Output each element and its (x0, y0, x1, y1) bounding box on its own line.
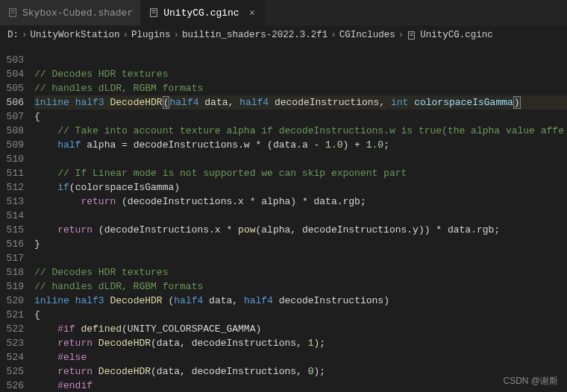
code-line[interactable] (34, 251, 567, 265)
code-line[interactable] (34, 209, 567, 223)
code-editor[interactable]: 5035045055065075085095105115125135145155… (0, 44, 567, 392)
crumb[interactable]: UnityCG.cginc (420, 30, 493, 40)
code-line[interactable]: // Decodes HDR textures (34, 67, 567, 81)
close-icon[interactable] (247, 7, 257, 18)
line-number: 514 (0, 209, 24, 223)
chevron-right-icon: › (331, 30, 336, 40)
code-line[interactable]: // handles dLDR, RGBM formats (34, 279, 567, 294)
line-number: 507 (0, 110, 24, 124)
file-icon (7, 7, 18, 18)
breadcrumb[interactable]: D: › UnityWorkStation › Plugins › builti… (0, 26, 567, 44)
crumb[interactable]: builtin_shaders-2022.3.2f1 (182, 30, 328, 40)
watermark: CSDN @谢斯 (503, 375, 558, 388)
code-line[interactable]: if(colorspaceIsGamma) (34, 180, 567, 195)
line-number: 508 (0, 124, 24, 138)
line-number: 526 (0, 379, 24, 392)
code-line[interactable]: half alpha = decodeInstructions.w * (dat… (34, 138, 567, 152)
file-icon (148, 7, 159, 18)
chevron-right-icon: › (123, 30, 129, 40)
line-number: 503 (0, 53, 24, 67)
line-number: 504 (0, 67, 24, 81)
code-line[interactable]: // handles dLDR, RGBM formats (34, 81, 567, 95)
line-number: 510 (0, 152, 24, 166)
chevron-right-icon: › (398, 30, 404, 40)
line-number: 515 (0, 223, 24, 237)
code-line[interactable] (34, 53, 567, 67)
tab-skybox-shader[interactable]: Skybox-Cubed.shader (0, 0, 141, 25)
code-line[interactable] (34, 152, 567, 166)
line-number: 518 (0, 265, 24, 279)
code-content[interactable]: // Decodes HDR textures// handles dLDR, … (34, 53, 567, 392)
line-number: 517 (0, 251, 24, 265)
line-number: 525 (0, 364, 24, 379)
tab-unitycg-cginc[interactable]: UnityCG.cginc (141, 0, 265, 25)
line-number: 519 (0, 279, 24, 294)
line-number: 513 (0, 195, 24, 209)
tab-label: Skybox-Cubed.shader (22, 7, 133, 19)
line-number: 505 (0, 81, 24, 95)
line-number: 523 (0, 336, 24, 350)
code-line[interactable]: return DecodeHDR(data, decodeInstruction… (34, 364, 567, 379)
code-line[interactable]: // Decodes HDR textures (34, 265, 567, 279)
tab-label: UnityCG.cginc (163, 7, 239, 19)
code-line[interactable]: { (34, 110, 567, 124)
line-number: 511 (0, 166, 24, 180)
code-line[interactable]: return DecodeHDR(data, decodeInstruction… (34, 336, 567, 350)
code-line[interactable]: // Take into account texture alpha if de… (34, 124, 567, 138)
crumb[interactable]: CGIncludes (339, 30, 395, 40)
line-number: 506 (0, 95, 24, 110)
code-line[interactable]: { (34, 308, 567, 322)
code-line[interactable]: #endif (34, 379, 567, 392)
line-number: 524 (0, 350, 24, 364)
code-line[interactable]: return (decodeInstructions.x * pow(alpha… (34, 223, 567, 237)
line-number: 509 (0, 138, 24, 152)
tab-bar: Skybox-Cubed.shader UnityCG.cginc (0, 0, 567, 26)
file-icon (407, 30, 417, 40)
chevron-right-icon: › (22, 30, 28, 40)
code-line[interactable]: inline half3 DecodeHDR (half4 data, half… (34, 294, 567, 308)
line-number: 512 (0, 180, 24, 195)
crumb[interactable]: UnityWorkStation (31, 30, 120, 40)
code-line[interactable]: } (34, 237, 567, 251)
code-line[interactable]: #else (34, 350, 567, 364)
code-line[interactable]: inline half3 DecodeHDR(half4 data, half4… (34, 95, 567, 110)
chevron-right-icon: › (174, 30, 180, 40)
code-line[interactable]: return (decodeInstructions.x * alpha) * … (34, 195, 567, 209)
line-number-gutter: 5035045055065075085095105115125135145155… (0, 53, 34, 392)
code-line[interactable]: // If Linear mode is not supported we ca… (34, 166, 567, 180)
line-number: 520 (0, 294, 24, 308)
line-number: 522 (0, 322, 24, 336)
crumb[interactable]: D: (7, 30, 19, 40)
crumb[interactable]: Plugins (131, 30, 171, 40)
code-line[interactable]: #if defined(UNITY_COLORSPACE_GAMMA) (34, 322, 567, 336)
line-number: 521 (0, 308, 24, 322)
line-number: 516 (0, 237, 24, 251)
